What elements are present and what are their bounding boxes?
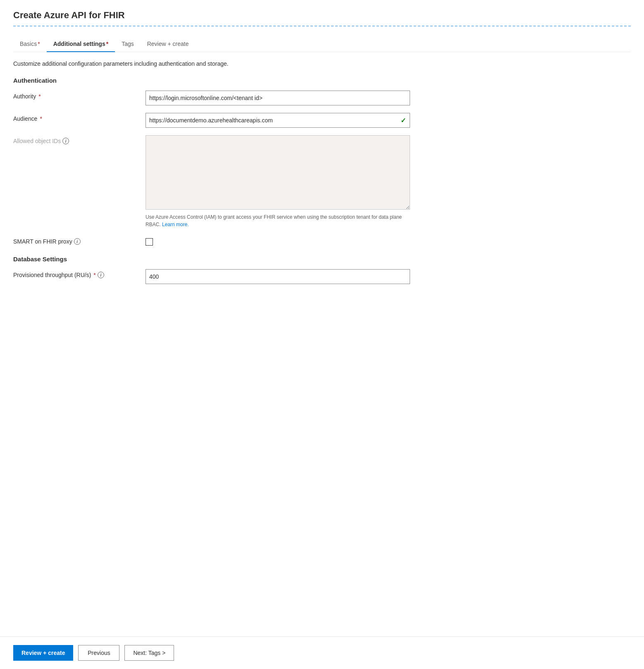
previous-button[interactable]: Previous — [78, 645, 119, 661]
top-divider — [13, 26, 631, 26]
audience-input[interactable] — [145, 113, 410, 128]
provisioned-throughput-info-icon[interactable]: i — [98, 272, 104, 278]
footer: Review + create Previous Next: Tags > — [0, 636, 644, 669]
tab-additional-settings[interactable]: Additional settings* — [47, 36, 115, 52]
page-description: Customize additional configuration param… — [13, 60, 631, 67]
tab-review-create[interactable]: Review + create — [141, 36, 196, 52]
tab-tags[interactable]: Tags — [115, 36, 141, 52]
review-create-button[interactable]: Review + create — [13, 645, 73, 661]
tab-basics[interactable]: Basics* — [13, 36, 47, 52]
authentication-section-title: Authentication — [13, 77, 631, 84]
smart-on-fhir-label: SMART on FHIR proxy i — [13, 236, 145, 245]
audience-required-star: * — [40, 115, 42, 122]
allowed-object-ids-info-icon[interactable]: i — [62, 138, 69, 144]
allowed-object-ids-row: Allowed object IDs i Use Azure Access Co… — [13, 135, 631, 228]
provisioned-throughput-required-star: * — [93, 272, 95, 278]
authority-required-star: * — [38, 93, 41, 100]
next-tags-button[interactable]: Next: Tags > — [124, 645, 174, 661]
provisioned-throughput-input[interactable] — [145, 269, 410, 284]
tabs-nav: Basics* Additional settings* Tags Review… — [13, 36, 631, 52]
audience-row: Audience * ✓ — [13, 113, 631, 128]
database-section: Database Settings Provisioned throughput… — [13, 256, 631, 284]
smart-on-fhir-control-wrap — [145, 236, 410, 246]
audience-input-wrap: ✓ — [145, 113, 410, 128]
tab-review-create-label: Review + create — [147, 41, 189, 47]
authority-row: Authority * — [13, 91, 631, 105]
allowed-object-ids-control-wrap: Use Azure Access Control (IAM) to grant … — [145, 135, 410, 228]
provisioned-throughput-control-wrap — [145, 269, 410, 284]
audience-valid-checkmark: ✓ — [401, 117, 406, 124]
provisioned-throughput-row: Provisioned throughput (RU/s) * i — [13, 269, 631, 284]
smart-on-fhir-row: SMART on FHIR proxy i — [13, 236, 631, 246]
tab-additional-settings-required: * — [106, 41, 108, 47]
smart-on-fhir-checkbox[interactable] — [145, 238, 153, 246]
tab-basics-required: * — [38, 41, 40, 47]
tab-tags-label: Tags — [122, 41, 134, 47]
audience-control-wrap: ✓ — [145, 113, 410, 128]
smart-on-fhir-info-icon[interactable]: i — [74, 238, 81, 245]
allowed-object-ids-learn-more[interactable]: Learn more. — [162, 222, 189, 227]
provisioned-throughput-label: Provisioned throughput (RU/s) * i — [13, 269, 145, 278]
allowed-object-ids-label: Allowed object IDs i — [13, 135, 145, 144]
authority-label: Authority * — [13, 91, 145, 100]
allowed-object-ids-helper: Use Azure Access Control (IAM) to grant … — [145, 213, 410, 228]
audience-label: Audience * — [13, 113, 145, 122]
allowed-object-ids-textarea[interactable] — [145, 135, 410, 210]
database-section-title: Database Settings — [13, 256, 631, 263]
tab-basics-label: Basics — [20, 41, 37, 47]
tab-additional-settings-label: Additional settings — [53, 41, 105, 47]
authority-control-wrap — [145, 91, 410, 105]
page-title: Create Azure API for FHIR — [13, 10, 631, 21]
authority-input[interactable] — [145, 91, 410, 105]
